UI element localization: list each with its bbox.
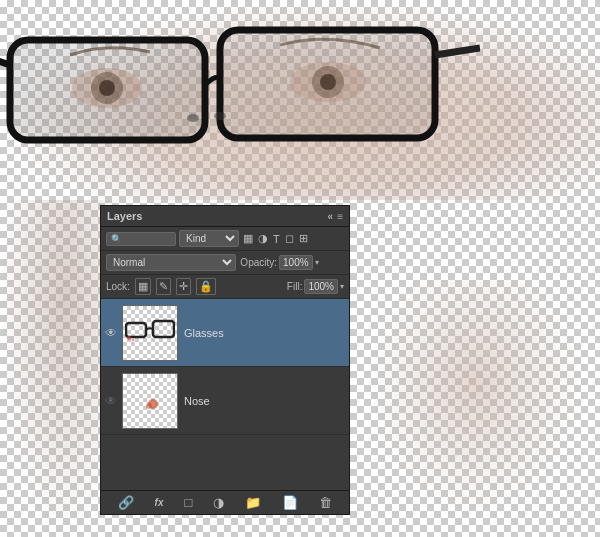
footer-adjustment-icon[interactable]: ◑ bbox=[213, 495, 224, 510]
footer-mask-icon[interactable]: □ bbox=[184, 495, 192, 510]
blend-mode-row: Normal Opacity: 100% ▾ bbox=[101, 251, 349, 275]
footer-fx-icon[interactable]: fx bbox=[155, 497, 164, 508]
svg-rect-12 bbox=[126, 323, 146, 337]
glasses-image bbox=[0, 10, 480, 160]
layer-name-nose: Nose bbox=[184, 395, 345, 407]
svg-point-4 bbox=[187, 114, 199, 122]
svg-line-3 bbox=[435, 48, 480, 55]
fill-label: Fill: bbox=[287, 281, 303, 292]
panel-header: Layers « ≡ bbox=[101, 206, 349, 227]
panel-collapse-arrows[interactable]: « bbox=[328, 211, 334, 222]
svg-point-19 bbox=[146, 403, 152, 409]
layer-item-nose[interactable]: 👁 Nose bbox=[101, 367, 349, 435]
footer-group-icon[interactable]: 📁 bbox=[245, 495, 261, 510]
layer-name-glasses: Glasses bbox=[184, 327, 345, 339]
filter-smartobj-icon[interactable]: ⊞ bbox=[298, 231, 309, 246]
filter-kind-select[interactable]: Kind bbox=[179, 230, 239, 247]
layer-visibility-glasses[interactable]: 👁 bbox=[105, 326, 119, 340]
filter-row: 🔍 Kind ▦ ◑ T ◻ ⊞ bbox=[101, 227, 349, 251]
layer-info-nose: Nose bbox=[184, 395, 345, 407]
opacity-label: Opacity: bbox=[240, 257, 277, 268]
opacity-group: Opacity: 100% ▾ bbox=[240, 255, 344, 270]
svg-point-8 bbox=[99, 80, 115, 96]
svg-point-17 bbox=[132, 338, 135, 341]
panel-menu-icon[interactable]: ≡ bbox=[337, 211, 343, 222]
filter-shape-icon[interactable]: ◻ bbox=[284, 231, 295, 246]
layer-item-glasses[interactable]: 👁 Glasses bbox=[101, 299, 349, 367]
lock-position-icon[interactable]: ✛ bbox=[176, 278, 191, 295]
lock-all-icon[interactable]: 🔒 bbox=[196, 278, 216, 295]
nose-thumb-icon bbox=[135, 386, 165, 416]
opacity-value[interactable]: 100% bbox=[279, 255, 313, 270]
fill-group: Fill: 100% ▾ bbox=[287, 279, 344, 294]
svg-point-16 bbox=[127, 336, 131, 340]
filter-pixel-icon[interactable]: ▦ bbox=[242, 231, 254, 246]
layer-thumbnail-nose bbox=[122, 373, 178, 429]
layer-visibility-nose[interactable]: 👁 bbox=[105, 394, 119, 408]
filter-search-box[interactable]: 🔍 bbox=[106, 232, 176, 246]
opacity-arrow[interactable]: ▾ bbox=[315, 258, 319, 267]
lock-label: Lock: bbox=[106, 281, 130, 292]
lock-row: Lock: ▦ ✎ ✛ 🔒 Fill: 100% ▾ bbox=[101, 275, 349, 299]
layers-list: 👁 Glasses bbox=[101, 299, 349, 490]
face-skin-lower-right bbox=[350, 280, 600, 537]
glasses-thumb-icon bbox=[125, 318, 175, 348]
lock-pixels-icon[interactable]: ▦ bbox=[135, 278, 151, 295]
layer-info-glasses: Glasses bbox=[184, 327, 345, 339]
svg-rect-13 bbox=[153, 321, 174, 337]
layers-panel: Layers « ≡ 🔍 Kind ▦ ◑ T ◻ ⊞ Normal Opaci… bbox=[100, 205, 350, 515]
fill-value[interactable]: 100% bbox=[304, 279, 338, 294]
footer-link-icon[interactable]: 🔗 bbox=[118, 495, 134, 510]
svg-line-14 bbox=[125, 326, 126, 327]
svg-point-11 bbox=[320, 74, 336, 90]
panel-title: Layers bbox=[107, 210, 142, 222]
filter-type-icon[interactable]: T bbox=[272, 232, 281, 246]
filter-icons: ▦ ◑ T ◻ ⊞ bbox=[242, 231, 309, 246]
footer-new-layer-icon[interactable]: 📄 bbox=[282, 495, 298, 510]
blend-mode-select[interactable]: Normal bbox=[106, 254, 236, 271]
svg-point-5 bbox=[214, 112, 226, 120]
filter-adjustment-icon[interactable]: ◑ bbox=[257, 231, 269, 246]
footer-delete-icon[interactable]: 🗑 bbox=[319, 495, 332, 510]
search-icon: 🔍 bbox=[111, 234, 122, 244]
lock-paint-icon[interactable]: ✎ bbox=[156, 278, 171, 295]
layer-thumbnail-glasses bbox=[122, 305, 178, 361]
svg-line-15 bbox=[174, 324, 175, 325]
fill-arrow[interactable]: ▾ bbox=[340, 282, 344, 291]
panel-footer: 🔗 fx □ ◑ 📁 📄 🗑 bbox=[101, 490, 349, 514]
